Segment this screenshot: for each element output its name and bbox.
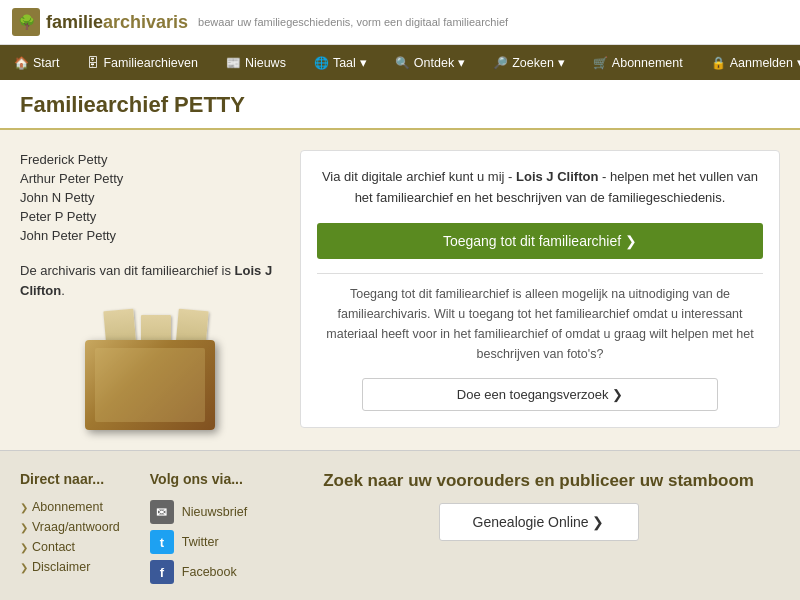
info-box: Via dit digitale archief kunt u mij - Lo…: [300, 150, 780, 428]
facebook-icon: f: [150, 560, 174, 584]
archive-box-inner: [95, 348, 205, 422]
logo-tagline: bewaar uw familiegeschiedenis, vorm een …: [198, 16, 508, 28]
footer-col-direct: Direct naar... ❯ Abonnement ❯ Vraag/antw…: [20, 471, 120, 587]
page-title: Familiearchief PETTY: [20, 92, 780, 118]
archive-box: [85, 340, 215, 430]
newspaper-icon: 📰: [226, 56, 241, 70]
footer-columns: Direct naar... ❯ Abonnement ❯ Vraag/antw…: [20, 471, 780, 587]
list-item: Frederick Petty: [20, 150, 280, 169]
cart-icon: 🛒: [593, 56, 608, 70]
footer-col-social: Volg ons via... ✉ Nieuwsbrief t Twitter …: [150, 471, 247, 587]
nav-item-taal[interactable]: 🌐 Taal ▾: [300, 45, 381, 80]
logo-text: familiearchivaris: [46, 12, 188, 33]
info-intro-text: Via dit digitale archief kunt u mij - Lo…: [317, 167, 763, 209]
nav-item-abonnement[interactable]: 🛒 Abonnement: [579, 45, 697, 80]
list-item: ❯ Contact: [20, 537, 120, 557]
list-item: Arthur Peter Petty: [20, 169, 280, 188]
footer: Direct naar... ❯ Abonnement ❯ Vraag/antw…: [0, 450, 800, 600]
footer-link-vraag[interactable]: ❯ Vraag/antwoord: [20, 520, 120, 534]
nav-item-nieuws[interactable]: 📰 Nieuws: [212, 46, 300, 80]
search-icon: 🔎: [493, 56, 508, 70]
footer-cta: Zoek naar uw voorouders en publiceer uw …: [277, 471, 780, 587]
list-item: Peter P Petty: [20, 207, 280, 226]
divider: [317, 273, 763, 274]
list-item: ❯ Vraag/antwoord: [20, 517, 120, 537]
chevron-right-icon: ❯: [20, 502, 28, 513]
footer-link-disclaimer[interactable]: ❯ Disclaimer: [20, 560, 120, 574]
page-title-bar: Familiearchief PETTY: [0, 80, 800, 130]
nav-left: 🏠 Start 🗄 Familiearchieven 📰 Nieuws: [0, 46, 300, 80]
globe-icon: 🌐: [314, 56, 329, 70]
top-header: 🌳 familiearchivaris bewaar uw familieges…: [0, 0, 800, 45]
social-link-facebook[interactable]: Facebook: [182, 565, 237, 579]
left-column: Frederick Petty Arthur Peter Petty John …: [20, 150, 280, 430]
main-nav: 🏠 Start 🗄 Familiearchieven 📰 Nieuws 🌐 Ta…: [0, 45, 800, 80]
footer-link-contact[interactable]: ❯ Contact: [20, 540, 120, 554]
access-info-text: Toegang tot dit familiearchief is alleen…: [317, 284, 763, 364]
nav-item-aanmelden[interactable]: 🔒 Aanmelden ▾: [697, 45, 800, 80]
person-list: Frederick Petty Arthur Peter Petty John …: [20, 150, 280, 245]
list-item: f Facebook: [150, 557, 247, 587]
chevron-right-icon: ❯: [20, 542, 28, 553]
logo-archivaris: archivaris: [103, 12, 188, 32]
access-button[interactable]: Toegang tot dit familiearchief ❯: [317, 223, 763, 259]
genealogy-button[interactable]: Genealogie Online ❯: [439, 503, 639, 541]
nav-item-zoeken[interactable]: 🔎 Zoeken ▾: [479, 45, 579, 80]
list-item: ❯ Disclaimer: [20, 557, 120, 577]
footer-direct-heading: Direct naar...: [20, 471, 120, 487]
nav-item-familiearchieven[interactable]: 🗄 Familiearchieven: [73, 46, 211, 80]
footer-social-heading: Volg ons via...: [150, 471, 247, 487]
chevron-right-icon: ❯: [20, 562, 28, 573]
home-icon: 🏠: [14, 56, 29, 70]
content-area: Frederick Petty Arthur Peter Petty John …: [0, 130, 800, 450]
social-link-twitter[interactable]: Twitter: [182, 535, 219, 549]
twitter-icon: t: [150, 530, 174, 554]
archivist-note: De archivaris van dit familiearchief is …: [20, 261, 280, 300]
list-item: John Peter Petty: [20, 226, 280, 245]
logo-familia: familie: [46, 12, 103, 32]
list-item: ❯ Abonnement: [20, 497, 120, 517]
lock-icon: 🔒: [711, 56, 726, 70]
email-icon: ✉: [150, 500, 174, 524]
main-wrapper: Frederick Petty Arthur Peter Petty John …: [0, 130, 800, 450]
list-item: t Twitter: [150, 527, 247, 557]
list-item: John N Petty: [20, 188, 280, 207]
footer-link-abonnement[interactable]: ❯ Abonnement: [20, 500, 120, 514]
chevron-right-icon: ❯: [20, 522, 28, 533]
archive-image: [85, 320, 215, 430]
footer-cta-heading: Zoek naar uw voorouders en publiceer uw …: [297, 471, 780, 491]
nav-item-start[interactable]: 🏠 Start: [0, 46, 73, 80]
compass-icon: 🔍: [395, 56, 410, 70]
archive-icon: 🗄: [87, 56, 99, 70]
logo-icon: 🌳: [12, 8, 40, 36]
archive-image-area: [20, 320, 280, 430]
nav-item-ontdek[interactable]: 🔍 Ontdek ▾: [381, 45, 479, 80]
nav-right: 🌐 Taal ▾ 🔍 Ontdek ▾ 🔎 Zoeken ▾ 🛒 Abonnem…: [300, 45, 800, 80]
right-panel: Via dit digitale archief kunt u mij - Lo…: [300, 150, 780, 430]
request-access-button[interactable]: Doe een toegangsverzoek ❯: [362, 378, 719, 411]
social-link-nieuwsbrief[interactable]: Nieuwsbrief: [182, 505, 247, 519]
list-item: ✉ Nieuwsbrief: [150, 497, 247, 527]
